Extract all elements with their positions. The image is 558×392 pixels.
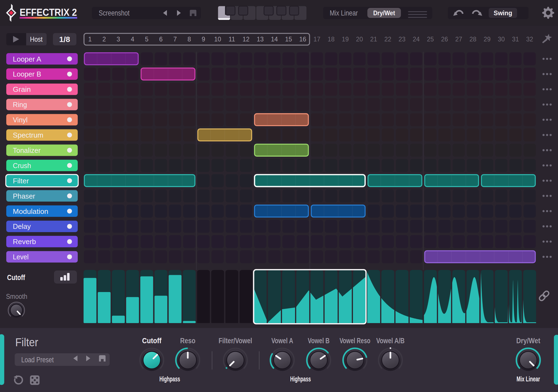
svg-text:27: 27 bbox=[455, 36, 462, 43]
svg-text:1: 1 bbox=[88, 36, 92, 43]
svg-text:Vowel Reso: Vowel Reso bbox=[340, 337, 370, 345]
svg-text:10: 10 bbox=[214, 36, 221, 43]
svg-text:Crush: Crush bbox=[13, 162, 31, 170]
svg-text:Screenshot: Screenshot bbox=[99, 9, 130, 17]
svg-text:23: 23 bbox=[398, 36, 406, 43]
svg-text:Highpass: Highpass bbox=[160, 375, 180, 383]
svg-text:Looper B: Looper B bbox=[13, 70, 41, 78]
svg-text:20: 20 bbox=[356, 36, 363, 43]
svg-text:29: 29 bbox=[484, 36, 491, 43]
svg-text:26: 26 bbox=[441, 36, 448, 43]
svg-text:Filter/Vowel: Filter/Vowel bbox=[219, 337, 252, 345]
svg-text:Swing: Swing bbox=[494, 9, 512, 17]
svg-text:Mix Linear: Mix Linear bbox=[517, 375, 540, 383]
svg-text:18: 18 bbox=[328, 36, 335, 43]
svg-text:Looper A: Looper A bbox=[13, 55, 41, 63]
svg-text:Spectrum: Spectrum bbox=[13, 131, 43, 139]
svg-text:24: 24 bbox=[413, 36, 420, 43]
svg-text:Highpass: Highpass bbox=[290, 375, 311, 383]
svg-text:Filter: Filter bbox=[15, 336, 38, 349]
svg-text:Cutoff: Cutoff bbox=[142, 337, 162, 345]
svg-text:Delay: Delay bbox=[13, 222, 31, 230]
svg-text:11: 11 bbox=[229, 36, 235, 43]
svg-text:Filter: Filter bbox=[13, 177, 29, 185]
svg-text:3: 3 bbox=[117, 36, 120, 43]
svg-text:Tonalizer: Tonalizer bbox=[13, 146, 41, 154]
svg-text:Dry/Wet: Dry/Wet bbox=[373, 9, 395, 17]
svg-text:16: 16 bbox=[299, 36, 306, 43]
svg-text:Load Preset: Load Preset bbox=[21, 356, 54, 364]
svg-text:30: 30 bbox=[498, 36, 505, 43]
svg-text:Vowel A/B: Vowel A/B bbox=[376, 337, 405, 345]
svg-text:2: 2 bbox=[103, 36, 106, 43]
svg-text:Mix Linear: Mix Linear bbox=[330, 9, 358, 17]
svg-text:9: 9 bbox=[202, 36, 205, 43]
svg-text:Phaser: Phaser bbox=[13, 192, 35, 200]
svg-text:15: 15 bbox=[285, 36, 292, 43]
svg-text:Host: Host bbox=[30, 35, 43, 43]
svg-text:Dry/Wet: Dry/Wet bbox=[516, 337, 540, 345]
svg-text:21: 21 bbox=[370, 36, 377, 43]
svg-text:17: 17 bbox=[313, 36, 320, 43]
svg-text:Ring: Ring bbox=[13, 101, 27, 109]
svg-text:Reverb: Reverb bbox=[13, 238, 36, 246]
svg-text:4: 4 bbox=[131, 36, 134, 43]
svg-text:6: 6 bbox=[159, 36, 163, 43]
svg-text:Vinyl: Vinyl bbox=[13, 116, 28, 124]
svg-text:Level: Level bbox=[13, 253, 29, 261]
svg-text:Reso: Reso bbox=[180, 337, 196, 345]
svg-text:25: 25 bbox=[427, 36, 434, 43]
svg-text:31: 31 bbox=[512, 36, 519, 43]
svg-text:Vowel A: Vowel A bbox=[271, 337, 293, 345]
svg-text:22: 22 bbox=[384, 36, 391, 43]
svg-text:Modulation: Modulation bbox=[13, 207, 48, 215]
svg-text:8: 8 bbox=[188, 36, 191, 43]
svg-text:7: 7 bbox=[173, 36, 177, 43]
svg-text:28: 28 bbox=[469, 36, 476, 43]
svg-text:19: 19 bbox=[342, 36, 349, 43]
svg-text:Cutoff: Cutoff bbox=[7, 273, 25, 282]
svg-text:Smooth: Smooth bbox=[6, 292, 27, 300]
svg-text:13: 13 bbox=[257, 36, 264, 43]
svg-text:14: 14 bbox=[271, 36, 278, 43]
svg-text:EFFECTRIX 2: EFFECTRIX 2 bbox=[20, 7, 77, 18]
svg-text:12: 12 bbox=[242, 36, 250, 43]
svg-text:Grain: Grain bbox=[13, 85, 31, 93]
svg-text:Vowel B: Vowel B bbox=[308, 337, 330, 345]
svg-text:1/8: 1/8 bbox=[59, 35, 70, 44]
svg-text:32: 32 bbox=[526, 36, 533, 43]
svg-text:5: 5 bbox=[145, 36, 149, 43]
